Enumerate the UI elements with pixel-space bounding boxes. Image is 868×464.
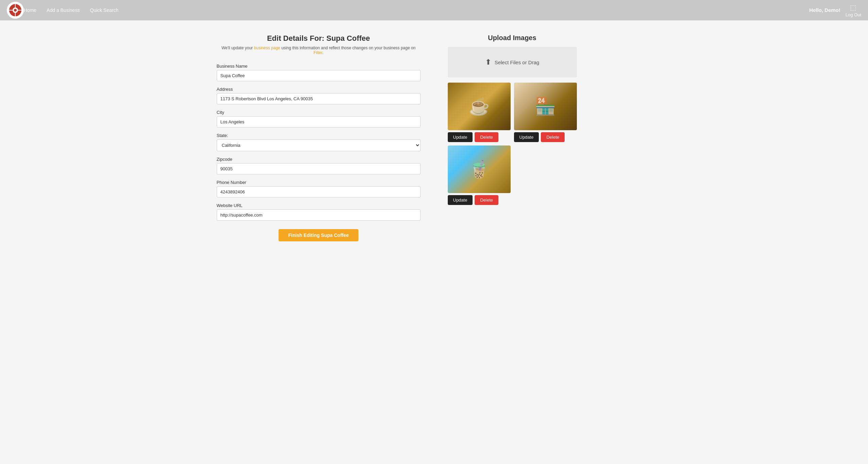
state-select[interactable]: Alabama Alaska Arizona Arkansas Californ… [217,139,421,151]
image-grid: Update Delete Update Delete Update Delet… [448,83,577,205]
nav-links: Home Add a Business Quick Search [24,7,119,13]
main-content: Edit Details For: Supa Coffee We'll upda… [196,20,672,255]
navbar: Home Add a Business Quick Search Hello, … [0,0,868,20]
logout-icon: ⬚ [850,3,856,12]
image-item-2: Update Delete [514,83,577,142]
address-input[interactable] [217,93,421,104]
svg-point-2 [14,9,17,12]
upload-dropzone[interactable]: ⬆ Select Files or Drag [448,47,577,78]
phone-input[interactable] [217,186,421,197]
zipcode-group: Zipcode [217,157,421,174]
city-input[interactable] [217,116,421,127]
image-item-3: Update Delete [448,145,511,205]
nav-add-business[interactable]: Add a Business [47,7,79,13]
city-group: City [217,110,421,127]
website-group: Website URL [217,203,421,221]
phone-label: Phone Number [217,180,421,185]
logout-label: Log Out [846,12,861,17]
upload-icon: ⬆ [485,58,491,67]
logout-button[interactable]: ⬚ Log Out [846,3,861,17]
website-label: Website URL [217,203,421,208]
upload-dropzone-text: Select Files or Drag [495,59,539,65]
address-label: Address [217,87,421,92]
update-button-2[interactable]: Update [514,132,539,142]
zipcode-label: Zipcode [217,157,421,162]
business-name-group: Business Name [217,64,421,81]
edit-form-section: Edit Details For: Supa Coffee We'll upda… [217,34,421,241]
image-actions-2: Update Delete [514,132,577,142]
zipcode-input[interactable] [217,163,421,174]
greeting-text: Hello, Demo! [809,7,840,13]
image-thumbnail-2 [514,83,577,130]
update-button-3[interactable]: Update [448,195,473,205]
upload-title: Upload Images [448,34,577,42]
nav-home[interactable]: Home [24,7,36,13]
business-page-link[interactable]: business page [254,46,280,50]
navbar-right: Hello, Demo! ⬚ Log Out [809,3,861,17]
state-label: State: [217,133,421,138]
delete-button-1[interactable]: Delete [475,132,498,142]
business-name-input[interactable] [217,70,421,81]
upload-section: Upload Images ⬆ Select Files or Drag Upd… [448,34,577,241]
image-thumbnail-1 [448,83,511,130]
image-actions-1: Update Delete [448,132,511,142]
phone-group: Phone Number [217,180,421,197]
logo [7,2,24,19]
website-input[interactable] [217,209,421,221]
finish-editing-button[interactable]: Finish Editing Supa Coffee [279,229,358,241]
image-actions-3: Update Delete [448,195,511,205]
update-button-1[interactable]: Update [448,132,473,142]
form-subtitle: We'll update your business page using th… [217,46,421,55]
image-thumbnail-3 [448,145,511,193]
filter-link[interactable]: Filter [314,50,322,55]
nav-quick-search[interactable]: Quick Search [90,7,119,13]
business-name-label: Business Name [217,64,421,69]
delete-button-3[interactable]: Delete [475,195,498,205]
state-group: State: Alabama Alaska Arizona Arkansas C… [217,133,421,151]
page-title: Edit Details For: Supa Coffee [217,34,421,43]
city-label: City [217,110,421,115]
image-item-1: Update Delete [448,83,511,142]
address-group: Address [217,87,421,104]
delete-button-2[interactable]: Delete [541,132,565,142]
